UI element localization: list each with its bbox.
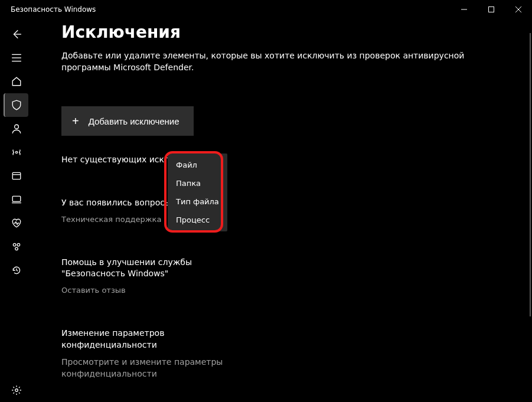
family-icon[interactable]	[5, 235, 28, 259]
firewall-icon[interactable]	[5, 140, 28, 164]
home-icon[interactable]	[5, 70, 28, 93]
privacy-title: Изменение параметров конфиденциальности	[61, 328, 239, 351]
privacy-sub: Просмотрите и измените параметры конфиде…	[61, 357, 239, 380]
svg-point-8	[15, 125, 19, 129]
titlebar: Безопасность Windows	[0, 0, 532, 19]
svg-point-15	[17, 243, 20, 246]
page-title: Исключения	[61, 22, 527, 42]
improve-title: Помощь в улучшении службы "Безопасность …	[61, 257, 239, 280]
improve-section: Помощь в улучшении службы "Безопасность …	[61, 257, 239, 295]
app-browser-icon[interactable]	[5, 164, 28, 188]
svg-point-14	[13, 243, 16, 246]
dropdown-item-filetype[interactable]: Тип файла	[168, 192, 227, 211]
svg-rect-10	[12, 172, 21, 179]
account-icon[interactable]	[5, 117, 28, 140]
dropdown-item-folder[interactable]: Папка	[168, 174, 227, 192]
svg-point-16	[15, 247, 18, 250]
svg-rect-1	[489, 7, 494, 12]
svg-point-19	[15, 389, 18, 392]
svg-point-9	[15, 151, 17, 153]
history-icon[interactable]	[5, 259, 28, 282]
empty-exclusions-text: Нет существующих исключений.	[61, 155, 527, 164]
back-button[interactable]	[5, 22, 28, 46]
privacy-section: Изменение параметров конфиденциальности …	[61, 328, 239, 380]
app-title: Безопасность Windows	[11, 5, 96, 14]
menu-icon[interactable]	[5, 46, 28, 70]
exclusion-type-dropdown: Файл Папка Тип файла Процесс	[168, 153, 227, 231]
health-icon[interactable]	[5, 211, 28, 235]
device-security-icon[interactable]	[5, 188, 28, 211]
add-exclusion-button[interactable]: + Добавить исключение	[61, 106, 194, 136]
dropdown-item-file[interactable]: Файл	[168, 156, 227, 174]
add-button-label: Добавить исключение	[89, 116, 179, 126]
scrollbar[interactable]	[530, 33, 531, 316]
window-controls	[451, 0, 532, 19]
page-description: Добавьте или удалите элементы, которые в…	[61, 50, 510, 73]
feedback-link[interactable]: Оставить отзыв	[61, 286, 239, 295]
maximize-button[interactable]	[478, 0, 505, 19]
close-button[interactable]	[505, 0, 532, 19]
settings-icon[interactable]	[5, 378, 28, 402]
svg-line-18	[17, 270, 18, 271]
sidebar	[0, 19, 31, 402]
minimize-button[interactable]	[451, 0, 478, 19]
svg-rect-12	[12, 196, 21, 201]
shield-icon[interactable]	[4, 93, 28, 117]
dropdown-item-process[interactable]: Процесс	[168, 211, 227, 229]
plus-icon: +	[72, 115, 79, 128]
main-content: Исключения Добавьте или удалите элементы…	[31, 19, 532, 402]
